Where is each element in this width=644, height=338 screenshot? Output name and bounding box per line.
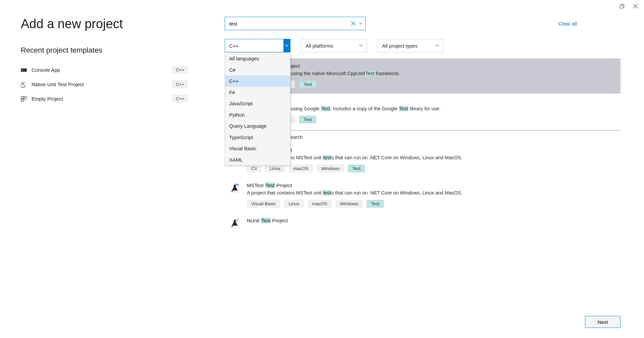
- svg-rect-7: [24, 97, 26, 99]
- svg-rect-3: [21, 70, 23, 71]
- template-title: Google Test: [247, 98, 616, 104]
- recent-template-name: Native Unit Test Project: [32, 81, 84, 87]
- recent-template-lang: C++: [172, 80, 188, 88]
- language-option[interactable]: F#: [225, 87, 290, 98]
- recent-templates-header: Recent project templates: [21, 46, 188, 55]
- recent-template-item[interactable]: Native Unit Test ProjectC++: [21, 77, 188, 92]
- project-type-filter-value: All project types: [382, 43, 418, 49]
- close-window-button[interactable]: [633, 3, 638, 9]
- clear-all-link[interactable]: Clear all: [558, 21, 577, 26]
- template-title: MSTest Test Project: [247, 147, 616, 153]
- svg-rect-2: [21, 69, 22, 70]
- language-filter-combo[interactable]: C++ All languagesC#C++F#JavaScriptPython…: [225, 39, 290, 52]
- language-dropdown[interactable]: All languagesC#C++F#JavaScriptPythonQuer…: [225, 53, 290, 166]
- language-option[interactable]: Python: [225, 109, 290, 121]
- template-description: A project that contains MSTest unit test…: [247, 189, 616, 196]
- template-tag: Test: [367, 200, 384, 208]
- template-description: Write C++ unit tests using Google Test. …: [247, 105, 616, 112]
- template-icon: [21, 81, 27, 88]
- template-description: A project that contains MSTest unit test…: [247, 154, 616, 161]
- platform-filter-value: All platforms: [306, 43, 333, 49]
- template-tag: macOS: [289, 165, 313, 172]
- flask-icon: VB: [229, 183, 241, 194]
- template-tag: Test: [348, 165, 365, 172]
- template-tag: macOS: [308, 200, 332, 208]
- search-dropdown-icon[interactable]: [358, 23, 363, 24]
- template-search-box[interactable]: [225, 17, 366, 30]
- recent-template-item[interactable]: Empty ProjectC++: [21, 92, 188, 106]
- svg-text:VB: VB: [234, 183, 239, 186]
- language-option[interactable]: Query Language: [225, 120, 290, 132]
- template-tag: Test: [299, 80, 316, 88]
- chevron-down-icon: [358, 39, 364, 52]
- platform-filter-combo[interactable]: All platforms: [301, 39, 367, 52]
- svg-point-4: [24, 82, 25, 83]
- recent-template-lang: C++: [172, 95, 188, 103]
- page-title: Add a new project: [21, 17, 188, 31]
- next-button[interactable]: Next: [585, 316, 621, 328]
- project-template-item[interactable]: VB MSTest Test Project A project that co…: [225, 178, 621, 213]
- chevron-down-icon: [434, 39, 440, 52]
- recent-template-name: Console App: [32, 67, 60, 73]
- template-tag: Windows: [336, 200, 363, 208]
- recent-template-item[interactable]: Console AppC++: [21, 63, 188, 77]
- language-option[interactable]: TypeScript: [225, 132, 290, 143]
- language-filter-dropdown-button[interactable]: [283, 39, 290, 52]
- template-title: MSTest Test Project: [247, 182, 616, 188]
- svg-rect-0: [620, 5, 623, 8]
- svg-point-5: [25, 83, 26, 83]
- svg-rect-8: [21, 99, 23, 101]
- template-icon: [21, 96, 27, 102]
- language-option[interactable]: C++: [225, 75, 290, 87]
- recent-template-lang: C++: [172, 66, 188, 74]
- template-tag: Windows: [317, 165, 344, 172]
- template-tag: Test: [299, 116, 316, 123]
- recent-template-name: Empty Project: [32, 96, 63, 102]
- clear-search-icon[interactable]: [351, 21, 356, 25]
- template-title: NUnit Test Project: [247, 218, 616, 223]
- template-title: Native Unit Test Project: [247, 63, 616, 69]
- template-description: Write C++ unit tests using the native Mi…: [247, 70, 616, 77]
- project-template-item[interactable]: C# NUnit Test Project: [225, 213, 621, 235]
- restore-window-button[interactable]: [619, 3, 625, 9]
- language-option[interactable]: JavaScript: [225, 98, 290, 109]
- template-tag: Visual Basic: [247, 200, 280, 208]
- language-option[interactable]: Visual Basic: [225, 143, 290, 154]
- template-tag: Linux: [265, 165, 285, 172]
- language-option[interactable]: XAML: [225, 154, 290, 166]
- svg-text:C#: C#: [235, 218, 239, 222]
- language-filter-value: C++: [229, 43, 238, 49]
- language-option[interactable]: All languages: [225, 53, 290, 64]
- template-tag: Linux: [284, 200, 304, 208]
- template-icon: [21, 67, 27, 73]
- language-option[interactable]: C#: [225, 64, 290, 76]
- svg-rect-6: [21, 97, 23, 99]
- flask-icon: C#: [229, 218, 241, 230]
- project-type-filter-combo[interactable]: All project types: [378, 39, 443, 52]
- search-input[interactable]: [229, 21, 348, 26]
- template-tag: C#: [247, 165, 261, 172]
